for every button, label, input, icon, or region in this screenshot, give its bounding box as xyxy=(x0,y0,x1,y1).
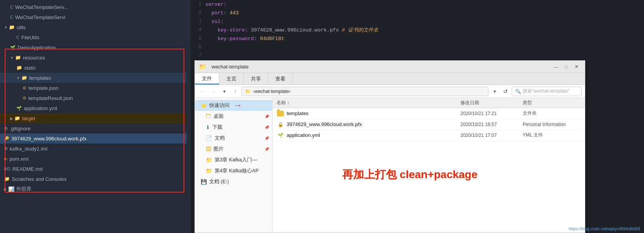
yml-icon-row: 🌱 xyxy=(276,131,284,139)
explorer-content: ⭐ 快速访问 → 🗔 桌面 📌 ⬇ 下载 📌 📄 文档 📌 🖼 图片 xyxy=(195,98,585,233)
tree-item-application-yml[interactable]: 🌱 application.yml xyxy=(0,103,187,113)
nav-pane: ⭐ 快速访问 → 🗔 桌面 📌 ⬇ 下载 📌 📄 文档 📌 🖼 图片 xyxy=(195,98,273,233)
tree-item-pfx[interactable]: 🔑 3974629_www.996cloud.work.pfx xyxy=(0,133,187,144)
arrow-right-icon: ▶ xyxy=(10,116,13,121)
bottom-link: https://blog.csdn.net/wplyx4894d8d68 xyxy=(569,226,640,231)
tree-item-pom[interactable]: m pom.xml xyxy=(0,154,187,164)
tree-item-resources[interactable]: ▼ 📁 resources xyxy=(0,53,187,63)
iml-icon: ⚙ xyxy=(4,146,8,151)
tree-item-scratches[interactable]: 📁 Scratches and Consoles xyxy=(0,174,187,184)
nav-item-pictures[interactable]: 🖼 图片 📌 xyxy=(195,144,272,154)
file-row-yml[interactable]: 🌱 application.yml 2020/10/21 17:07 YML 文… xyxy=(273,130,585,141)
file-name-pfx: 3974629_www.996cloud.work.pfx xyxy=(287,121,460,127)
explorer-ribbon: 文件 主页 共享 查看 xyxy=(195,73,585,85)
tree-item-template-json[interactable]: ⚙ template.json xyxy=(0,83,187,93)
ide-panel: C WeChatTemplateServ... C WeChatTemplate… xyxy=(0,0,191,233)
pin-icon-docs: 📌 xyxy=(264,136,269,140)
col-header-name[interactable]: 名称 ↑ xyxy=(276,100,460,106)
file-row-templates[interactable]: templates 2020/10/21 17:21 文件夹 xyxy=(273,108,585,119)
file-name-templates: templates xyxy=(287,110,460,116)
yml-icon: 🌱 xyxy=(16,106,22,111)
file-tree[interactable]: C WeChatTemplateServ... C WeChatTemplate… xyxy=(0,0,187,218)
code-line-6: 6 xyxy=(191,43,385,51)
code-line-3: 3 ssl: xyxy=(191,17,385,26)
folder-kafka4-icon: 📁 xyxy=(206,168,212,174)
folder-icon-resources: 📁 xyxy=(15,55,21,60)
back-button[interactable]: ← xyxy=(198,87,207,96)
ribbon-tab-view[interactable]: 查看 xyxy=(268,73,293,84)
red-arrow-icon: → xyxy=(234,100,242,110)
arrow-down-icon3: ▼ xyxy=(16,76,20,80)
file-date-templates: 2020/10/21 17:21 xyxy=(460,111,523,116)
dropdown2-button[interactable]: ▾ xyxy=(490,87,499,96)
col-header-date[interactable]: 修改日期 xyxy=(460,100,523,106)
json-icon2: ⚙ xyxy=(23,96,26,101)
download-icon: ⬇ xyxy=(206,124,210,130)
pin-icon-pics: 📌 xyxy=(264,147,269,151)
file-type-pfx: Personal Information xyxy=(523,122,585,127)
tree-item-fileutils[interactable]: C FileUtils xyxy=(0,32,187,42)
tree-item-gitignore[interactable]: ⚙ .gitignore xyxy=(0,123,187,133)
search-icon: 🔍 xyxy=(515,89,521,94)
tree-item-utils[interactable]: ▼ 📁 utils xyxy=(0,22,187,32)
tree-item-iml[interactable]: ⚙ kafka_study1.iml xyxy=(0,144,187,154)
ribbon-tab-file[interactable]: 文件 xyxy=(195,73,219,84)
code-line-7: 7 xyxy=(191,51,385,60)
ribbon-tab-share[interactable]: 共享 xyxy=(244,73,268,84)
file-row-pfx[interactable]: 🔒 3974629_www.996cloud.work.pfx 2020/10/… xyxy=(273,119,585,130)
search-box[interactable]: 🔍 搜索"wechat-template" xyxy=(512,87,582,96)
nav-item-downloads[interactable]: ⬇ 下载 📌 xyxy=(195,122,272,133)
arrow-down-icon: ▼ xyxy=(4,25,8,30)
tree-item-templates[interactable]: ▼ 📁 templates xyxy=(0,73,187,83)
forward-button[interactable]: → xyxy=(209,87,218,96)
tree-item-wechatserv1[interactable]: C WeChatTemplateServ... xyxy=(0,2,187,12)
tree-item-templateresult-json[interactable]: ⚙ templateResult.json xyxy=(0,93,187,103)
address-path[interactable]: 📁 › wechat-template › xyxy=(242,87,488,96)
path-folder: wechat-template xyxy=(255,89,289,94)
file-list-area: 名称 ↑ 修改日期 类型 templates 2020/10/21 17:21 … xyxy=(273,98,585,233)
drive-icon: 💾 xyxy=(201,179,207,185)
pin-icon-downloads: 📌 xyxy=(264,125,269,130)
dropdown-button[interactable]: ▾ xyxy=(220,87,229,96)
sort-icon: ↑ xyxy=(287,100,289,106)
c-icon3: C xyxy=(16,35,19,40)
folder-icon-target: 📁 xyxy=(14,116,20,121)
code-line-4: 4 key-store: 3974629_www.996cloud.work.p… xyxy=(191,26,385,34)
nav-item-documents[interactable]: 📄 文档 📌 xyxy=(195,133,272,144)
nav-item-kafka3[interactable]: 📁 第3章 Kafka入门— xyxy=(195,154,272,165)
libs-icon: 📊 xyxy=(8,186,14,192)
up-button[interactable]: ↑ xyxy=(231,87,240,96)
tree-item-readme[interactable]: MD README.md xyxy=(0,164,187,174)
tree-item-wechatservi[interactable]: C WeChatTemplateServi xyxy=(0,12,187,22)
file-type-yml: YML 文件 xyxy=(523,132,585,138)
nav-item-drive-e[interactable]: 💾 文档 (E:) xyxy=(195,176,272,187)
minimize-button[interactable]: — xyxy=(551,63,561,70)
close-button[interactable]: ✕ xyxy=(572,63,581,70)
tree-item-extlibs[interactable]: ▶ 📊 外部库 xyxy=(0,184,187,194)
col-header-type[interactable]: 类型 xyxy=(523,100,585,106)
c-icon: C xyxy=(10,5,13,9)
code-line-2: 2 port: 443 xyxy=(191,9,385,17)
folder-docs-icon: 📄 xyxy=(206,135,212,141)
tree-item-target[interactable]: ▶ 📁 target xyxy=(0,113,187,123)
nav-item-desktop[interactable]: 🗔 桌面 📌 xyxy=(195,111,272,122)
tree-item-static[interactable]: 📁 static xyxy=(0,63,187,73)
explorer-panel: 📁 wechat-template — □ ✕ 文件 主页 共享 查看 ← → … xyxy=(194,60,585,233)
file-type-templates: 文件夹 xyxy=(523,110,585,117)
json-icon: ⚙ xyxy=(23,86,26,91)
path-chevron: › xyxy=(289,89,290,94)
nav-item-kafka4[interactable]: 📁 第4章 Kafka核心AP xyxy=(195,165,272,176)
folder-pics-icon: 🖼 xyxy=(206,146,211,152)
folder-icon-utils: 📁 xyxy=(9,25,15,30)
folder-icon-static: 📁 xyxy=(16,65,22,70)
pfx-icon-row: 🔒 xyxy=(276,121,284,128)
column-headers: 名称 ↑ 修改日期 类型 xyxy=(273,98,585,108)
nav-item-quick-access[interactable]: ⭐ 快速访问 → xyxy=(195,100,272,111)
tree-item-demoapp[interactable]: 🌱 DemoApplication xyxy=(0,42,187,53)
ribbon-tab-home[interactable]: 主页 xyxy=(219,73,244,84)
md-icon: MD xyxy=(4,166,10,171)
pfx-file-icon: 🔒 xyxy=(278,122,284,127)
refresh-button[interactable]: ↺ xyxy=(501,87,510,96)
folder-icon-scratches: 📁 xyxy=(4,176,10,182)
maximize-button[interactable]: □ xyxy=(562,63,571,70)
